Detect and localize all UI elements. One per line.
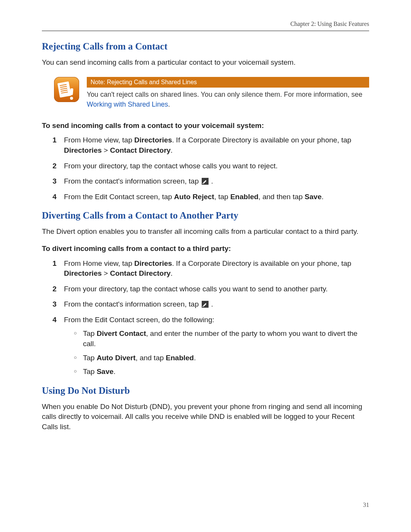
t: From the contact's information screen, t… (64, 300, 201, 308)
bold-directories-2: Directories (64, 146, 102, 154)
document-page: Chapter 2: Using Basic Features Rejectin… (0, 0, 411, 532)
intro-rejecting: You can send incoming calls from a parti… (42, 58, 369, 68)
t: > (102, 269, 110, 277)
step-2: From your directory, tap the contact who… (53, 284, 369, 294)
substeps: Tap Divert Contact, and enter the number… (74, 329, 369, 377)
t: Tap (83, 329, 97, 337)
t: , tap (214, 193, 230, 201)
header-chapter: Chapter 2: Using Basic Features (42, 20, 369, 28)
note-title: Note: Rejecting Calls and Shared Lines (87, 77, 369, 88)
t: . (113, 367, 115, 375)
substep-save: Tap Save. (74, 367, 369, 377)
step-2: From your directory, tap the contact who… (53, 161, 369, 171)
bold-directories: Directories (134, 136, 172, 144)
substep-auto-divert: Tap Auto Divert, and tap Enabled. (74, 353, 369, 363)
heading-dnd: Using Do Not Disturb (42, 384, 369, 397)
t: . (170, 269, 172, 277)
t: . (170, 146, 172, 154)
note-text-after: . (168, 101, 170, 108)
t: Tap (83, 354, 97, 362)
note-icon (54, 77, 79, 102)
substep-divert-contact: Tap Divert Contact, and enter the number… (74, 329, 369, 349)
t: . (194, 354, 196, 362)
note-body: Note: Rejecting Calls and Shared Lines Y… (87, 77, 369, 109)
steps-rejecting: From Home view, tap Directories. If a Co… (53, 135, 369, 202)
subhead-divert: To divert incoming calls from a contact … (42, 244, 369, 254)
note-text: You can't reject calls on shared lines. … (87, 90, 369, 109)
bold-auto-reject: Auto Reject (174, 193, 214, 201)
bold-auto-divert: Auto Divert (97, 354, 135, 362)
bold-contact-directory: Contact Directory (110, 269, 170, 277)
bold-divert-contact: Divert Contact (97, 329, 146, 337)
bold-enabled: Enabled (230, 193, 258, 201)
subhead-send-voicemail: To send incoming calls from a contact to… (42, 121, 369, 131)
t: From Home view, tap (64, 136, 134, 144)
step-3: From the contact's information screen, t… (53, 176, 369, 187)
t: . (209, 300, 213, 308)
note-text-before: You can't reject calls on shared lines. … (87, 91, 362, 98)
steps-diverting: From Home view, tap Directories. If a Co… (53, 259, 369, 377)
link-working-shared-lines[interactable]: Working with Shared Lines (87, 101, 168, 108)
intro-dnd: When you enable Do Not Disturb (DND), yo… (42, 402, 369, 432)
bold-enabled: Enabled (166, 354, 194, 362)
t: . If a Corporate Directory is available … (172, 259, 351, 267)
page-number: 31 (363, 501, 369, 509)
t: From the contact's information screen, t… (64, 177, 201, 185)
t: From Home view, tap (64, 259, 134, 267)
step-1: From Home view, tap Directories. If a Co… (53, 259, 369, 279)
t: From the Edit Contact screen, tap (64, 193, 174, 201)
heading-diverting-calls: Diverting Calls from a Contact to Anothe… (42, 209, 369, 222)
edit-icon (202, 178, 209, 185)
step-4: From the Edit Contact screen, do the fol… (53, 315, 369, 377)
intro-diverting: The Divert option enables you to transfe… (42, 227, 369, 237)
bold-save: Save (97, 367, 113, 375)
note-box: Note: Rejecting Calls and Shared Lines Y… (54, 77, 369, 109)
edit-icon (202, 301, 209, 308)
header-rule (42, 30, 369, 31)
bold-directories-2: Directories (64, 269, 102, 277)
t: Tap (83, 367, 97, 375)
bold-directories: Directories (134, 259, 172, 267)
t: , and tap (135, 354, 166, 362)
t: . If a Corporate Directory is available … (172, 136, 351, 144)
t: . (209, 177, 213, 185)
t: , and then tap (258, 193, 305, 201)
bold-save: Save (305, 193, 322, 201)
heading-rejecting-calls: Rejecting Calls from a Contact (42, 40, 369, 53)
step-1: From Home view, tap Directories. If a Co… (53, 135, 369, 155)
step-4: From the Edit Contact screen, tap Auto R… (53, 192, 369, 202)
bold-contact-directory: Contact Directory (110, 146, 170, 154)
t: . (322, 193, 323, 201)
step-3: From the contact's information screen, t… (53, 299, 369, 310)
t: > (102, 146, 110, 154)
t: From the Edit Contact screen, do the fol… (64, 316, 214, 324)
